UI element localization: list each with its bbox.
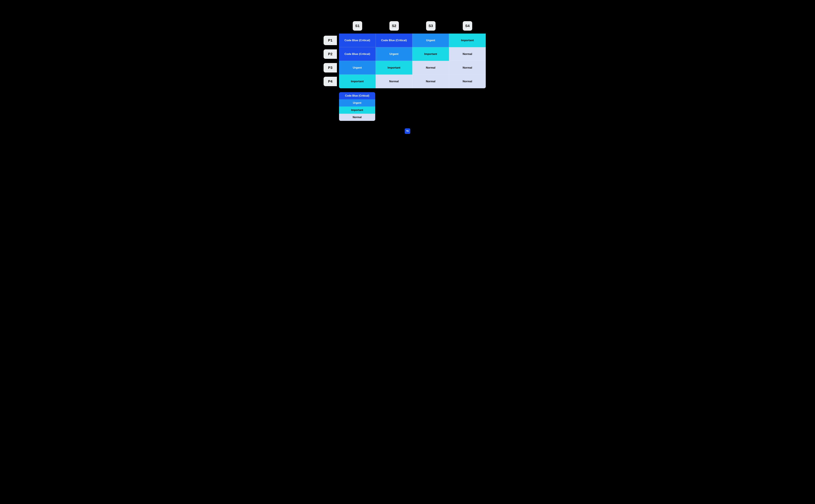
matrix-row: P2 Code Blue (Critical) Urgent Important… (323, 47, 486, 61)
legend-item-important: Important (339, 107, 375, 114)
row-header-p2: P2 (323, 49, 337, 59)
brand-mark-icon (405, 128, 410, 134)
legend-item-critical: Code Blue (Critical) (339, 92, 375, 99)
legend-item-normal: Normal (339, 114, 375, 121)
col-header-s2: S2 (389, 21, 399, 31)
matrix-cell: Urgent (339, 61, 376, 75)
matrix-cell: Code Blue (Critical) (376, 34, 413, 47)
matrix-cell: Important (413, 47, 449, 61)
priority-severity-matrix: S1 S2 S3 S4 P1 Code Blue (Critical) Code… (289, 0, 526, 144)
matrix-cell: Normal (413, 75, 449, 88)
col-header-s3: S3 (426, 21, 436, 31)
matrix-cell: Important (449, 34, 486, 47)
row-header-p4: P4 (323, 77, 337, 86)
matrix-cell: Important (339, 75, 376, 88)
matrix-cell: Important (376, 61, 413, 75)
matrix-row: P4 Important Normal Normal Normal (323, 75, 486, 88)
matrix-cell: Urgent (413, 34, 449, 47)
legend: Code Blue (Critical) Urgent Important No… (339, 92, 375, 121)
matrix-cell: Normal (449, 75, 486, 88)
matrix-cell: Normal (376, 75, 413, 88)
matrix-row: P1 Code Blue (Critical) Code Blue (Criti… (323, 34, 486, 47)
matrix-row: P3 Urgent Important Normal Normal (323, 61, 486, 75)
matrix-cell: Urgent (376, 47, 413, 61)
col-header-s1: S1 (353, 21, 362, 31)
legend-item-urgent: Urgent (339, 99, 375, 107)
matrix-cell: Code Blue (Critical) (339, 47, 376, 61)
matrix-cell: Normal (449, 47, 486, 61)
row-header-p1: P1 (323, 36, 337, 45)
column-headers: S1 S2 S3 S4 (339, 21, 486, 31)
matrix-grid: S1 S2 S3 S4 P1 Code Blue (Critical) Code… (323, 21, 526, 88)
col-header-s4: S4 (463, 21, 472, 31)
matrix-cell: Normal (449, 61, 486, 75)
row-header-p3: P3 (323, 63, 337, 72)
matrix-cell: Normal (413, 61, 449, 75)
matrix-cell: Code Blue (Critical) (339, 34, 376, 47)
